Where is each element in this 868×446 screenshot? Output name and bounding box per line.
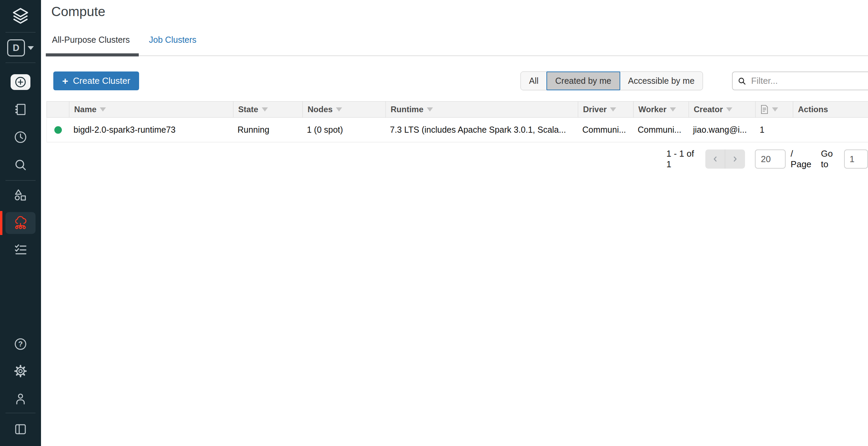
- filter-triangle-icon: [262, 107, 268, 112]
- scope-filter-accessible-by-me[interactable]: Accessible by me: [620, 72, 703, 90]
- tab-job-clusters[interactable]: Job Clusters: [149, 35, 196, 45]
- databricks-logo-icon: [10, 6, 31, 26]
- sidebar-item-compute[interactable]: [0, 215, 41, 231]
- filter-triangle-icon: [427, 107, 433, 112]
- notebook-icon: [13, 102, 28, 117]
- svg-text:?: ?: [18, 340, 23, 348]
- sidebar-item-search[interactable]: [0, 157, 41, 172]
- cluster-runtime-cell: 7.3 LTS (includes Apache Spark 3.0.1, Sc…: [386, 118, 578, 142]
- cluster-actions-cell: [793, 118, 868, 142]
- shapes-icon: [13, 188, 28, 202]
- column-header-notebooks[interactable]: [756, 102, 793, 117]
- create-cluster-button[interactable]: + Create Cluster: [53, 71, 139, 90]
- tab-all-purpose-clusters[interactable]: All-Purpose Clusters: [52, 35, 130, 45]
- per-page-label: / Page: [791, 148, 813, 170]
- chevron-down-icon: [28, 46, 34, 50]
- running-status-dot-icon: [54, 126, 62, 134]
- column-header-nodes[interactable]: Nodes: [303, 102, 386, 117]
- table-header-row: Name State Nodes Runtime Driver Worker: [46, 101, 868, 118]
- sidebar-item-account[interactable]: [0, 391, 41, 406]
- column-header-actions: Actions: [793, 102, 868, 117]
- filter-triangle-icon: [100, 107, 106, 112]
- filter-input-container: [732, 71, 868, 90]
- gear-icon: [13, 364, 28, 378]
- compute-page: D: [0, 0, 868, 446]
- chevron-left-icon: [711, 155, 719, 163]
- checklist-icon: [13, 242, 28, 257]
- sidebar-item-settings[interactable]: [0, 364, 41, 379]
- create-pill: [11, 74, 30, 90]
- pagination: 1 - 1 of 1 / Page Go to: [666, 149, 868, 169]
- table-row[interactable]: bigdl-2.0-spark3-runtime73 Running 1 (0 …: [46, 118, 868, 142]
- filter-triangle-icon: [670, 107, 676, 112]
- sidebar-item-jobs[interactable]: [0, 242, 41, 257]
- page-size-input[interactable]: [755, 149, 786, 169]
- sidebar-item-help[interactable]: ?: [0, 337, 41, 352]
- column-header-state[interactable]: State: [233, 102, 303, 117]
- next-page-button[interactable]: [725, 149, 745, 169]
- search-icon: [737, 77, 746, 86]
- search-icon: [13, 158, 28, 172]
- page-title: Compute: [51, 4, 105, 19]
- cluster-driver-cell: Communi...: [578, 118, 634, 142]
- cluster-creator-cell: jiao.wang@i...: [689, 118, 756, 142]
- plus-circle-icon: [14, 76, 27, 89]
- sidebar-divider: [5, 180, 36, 181]
- databricks-logo[interactable]: [0, 5, 41, 27]
- tab-bar: All-Purpose Clusters Job Clusters: [52, 35, 196, 45]
- notebook-document-icon: [760, 105, 769, 114]
- filter-input[interactable]: [750, 75, 868, 87]
- workspace-switcher-letter: D: [7, 39, 25, 56]
- panel-icon: [13, 422, 28, 436]
- sidebar-item-data[interactable]: [0, 187, 41, 202]
- cluster-state-text-cell: Running: [233, 118, 303, 142]
- column-header-runtime[interactable]: Runtime: [386, 102, 578, 117]
- sidebar-item-create[interactable]: [0, 74, 41, 91]
- sidebar-item-workspace[interactable]: [0, 102, 41, 117]
- sidebar-divider: [5, 63, 36, 63]
- cluster-worker-cell: Communi...: [634, 118, 689, 142]
- go-to-label: Go to: [821, 148, 840, 170]
- sidebar-item-collapse[interactable]: [0, 422, 41, 437]
- cluster-nodes-cell: 1 (0 spot): [303, 118, 386, 142]
- column-header-worker[interactable]: Worker: [634, 102, 689, 117]
- sidebar-divider: [5, 413, 36, 413]
- user-icon: [13, 392, 28, 406]
- previous-page-button[interactable]: [705, 149, 725, 169]
- cluster-cloud-icon: [13, 216, 28, 230]
- sidebar: D: [0, 0, 41, 446]
- go-to-page-input[interactable]: [844, 149, 868, 169]
- filter-triangle-icon: [610, 107, 616, 112]
- clock-icon: [13, 130, 28, 144]
- cluster-state-cell: [47, 118, 69, 142]
- workspace-switcher[interactable]: D: [0, 39, 41, 57]
- column-header-status: [47, 102, 69, 117]
- filter-triangle-icon: [772, 107, 778, 112]
- pagination-range: 1 - 1 of 1: [666, 148, 696, 170]
- create-cluster-label: Create Cluster: [73, 76, 131, 86]
- column-header-creator[interactable]: Creator: [689, 102, 756, 117]
- plus-icon: +: [62, 76, 68, 86]
- tab-bar-rule: [46, 55, 868, 56]
- filter-triangle-icon: [336, 107, 342, 112]
- filter-triangle-icon: [726, 107, 732, 112]
- scope-filter-created-by-me[interactable]: Created by me: [546, 71, 620, 90]
- cluster-name-cell[interactable]: bigdl-2.0-spark3-runtime73: [69, 118, 233, 142]
- sidebar-item-recents[interactable]: [0, 130, 41, 145]
- scope-filter-group: All Created by me Accessible by me: [520, 71, 703, 90]
- active-tab-underline: [46, 53, 139, 56]
- scope-filter-all[interactable]: All: [521, 72, 547, 90]
- column-header-name[interactable]: Name: [69, 102, 233, 117]
- help-icon: ?: [13, 337, 28, 351]
- pager-buttons: [705, 149, 745, 169]
- chevron-right-icon: [731, 155, 739, 163]
- column-header-driver[interactable]: Driver: [578, 102, 634, 117]
- cluster-notebooks-cell: 1: [756, 118, 793, 142]
- sidebar-divider: [5, 32, 36, 32]
- clusters-table: Name State Nodes Runtime Driver Worker: [46, 101, 868, 142]
